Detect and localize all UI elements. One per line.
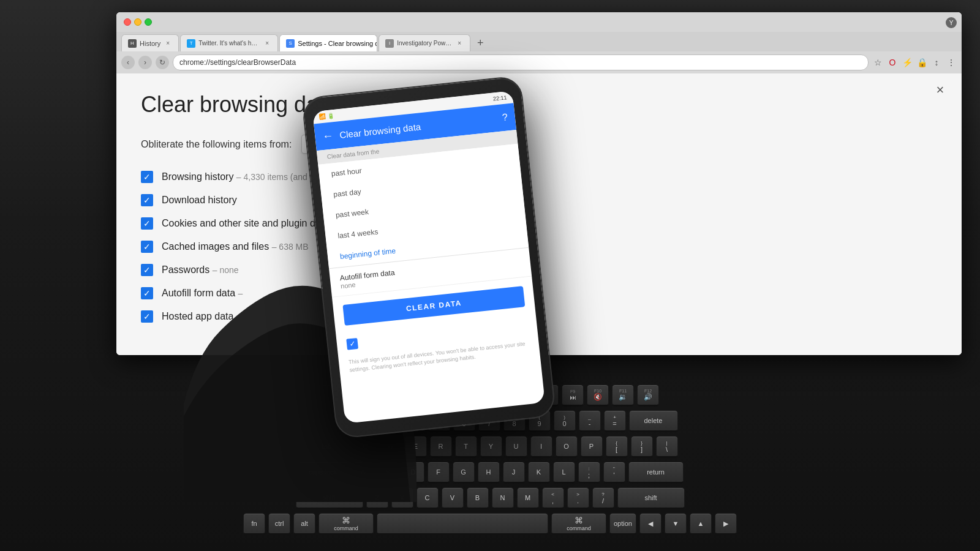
- key-k[interactable]: K: [528, 462, 550, 484]
- maximize-window-button[interactable]: [145, 18, 152, 26]
- key-bracket-open[interactable]: {[: [606, 436, 628, 458]
- tab-twitter[interactable]: T Twitter. It's what's happening. ×: [180, 34, 278, 51]
- keyboard-row-qwerty: tab Q W E R T Y U I O P {[ }] |\: [49, 436, 931, 458]
- tab-settings[interactable]: S Settings - Clear browsing data ×: [279, 34, 377, 51]
- phone-status-time: 22:11: [493, 94, 507, 102]
- dialog-title: Clear browsing data: [141, 92, 937, 118]
- toolbar-icons: ☆ O ⚡ 🔒 ↕ ⋮: [872, 57, 957, 68]
- tab-close-investigatory[interactable]: ×: [455, 39, 464, 48]
- extension-icon-1[interactable]: ⚡: [902, 57, 913, 68]
- tab-favicon-settings: S: [286, 39, 295, 48]
- key-comma[interactable]: <,: [542, 487, 564, 509]
- key-y[interactable]: Y: [480, 436, 502, 458]
- key-arrow-right[interactable]: ▶: [715, 513, 737, 535]
- key-u[interactable]: U: [505, 436, 527, 458]
- key-spacebar[interactable]: [377, 513, 548, 535]
- key-bracket-close[interactable]: }]: [631, 436, 653, 458]
- tab-label-twitter: Twitter. It's what's happening.: [198, 40, 260, 47]
- extension-icon-3[interactable]: ↕: [931, 57, 942, 68]
- checkbox-download-history: ✓ Download history: [141, 194, 937, 206]
- user-avatar: Y: [946, 17, 957, 28]
- key-command-left[interactable]: ⌘ command: [318, 513, 374, 535]
- key-arrow-up[interactable]: ▲: [690, 513, 712, 535]
- phone-status-icons: 📶 🔋: [319, 113, 334, 121]
- key-command-right[interactable]: ⌘ command: [551, 513, 606, 535]
- phone-device-wrapper: 📶 🔋 22:11 ← Clear browsing data ? Clear …: [318, 86, 539, 429]
- tab-label-investigatory: Investigatory Powers Bill rece...: [397, 40, 452, 47]
- key-i[interactable]: I: [530, 436, 552, 458]
- key-backslash[interactable]: |\: [656, 436, 678, 458]
- checkbox-passwords-box[interactable]: ✓: [141, 264, 153, 276]
- key-control[interactable]: ctrl: [268, 513, 290, 535]
- keyboard-row-asdf: caps lock A S D F G H J K L :; "' return: [49, 462, 931, 484]
- key-h[interactable]: H: [478, 462, 500, 484]
- minimize-window-button[interactable]: [134, 18, 141, 26]
- phone-back-button[interactable]: ←: [322, 129, 334, 143]
- key-arrow-left[interactable]: ◀: [639, 513, 662, 535]
- phone-dropdown-menu: past hour past day past week last 4 week…: [318, 144, 529, 269]
- keyboard-row-bottom: fn ctrl alt ⌘ command ⌘ command option ◀…: [49, 513, 931, 535]
- tab-favicon-history: H: [128, 39, 137, 48]
- key-j[interactable]: J: [503, 462, 525, 484]
- dialog-close-button[interactable]: ×: [931, 81, 949, 99]
- checkbox-download-history-label: Download history: [162, 195, 237, 206]
- checkbox-hosted-app-box[interactable]: ✓: [141, 310, 153, 323]
- back-button[interactable]: ‹: [121, 56, 135, 69]
- key-option-right[interactable]: option: [609, 513, 636, 535]
- key-m[interactable]: M: [517, 487, 539, 509]
- phone-device: 📶 🔋 22:11 ← Clear browsing data ? Clear …: [301, 75, 557, 440]
- key-semicolon[interactable]: :;: [578, 462, 600, 484]
- tab-label-settings: Settings - Clear browsing data: [298, 40, 377, 47]
- key-slash[interactable]: ?/: [592, 487, 614, 509]
- key-n[interactable]: N: [492, 487, 514, 509]
- checkbox-cookies: ✓ Cookies and other site and plugin data: [141, 217, 937, 230]
- key-f11[interactable]: F11🔉: [612, 384, 634, 407]
- checkbox-browsing-history: ✓ Browsing history – 4,330 items (and mo…: [141, 171, 937, 183]
- phone-screen: 📶 🔋 22:11 ← Clear browsing data ? Clear …: [312, 91, 545, 423]
- key-equals[interactable]: +=: [604, 410, 626, 432]
- checkbox-download-history-box[interactable]: ✓: [141, 194, 153, 206]
- tab-investigatory[interactable]: I Investigatory Powers Bill rece... ×: [379, 34, 470, 51]
- bookmark-icon[interactable]: ☆: [872, 57, 883, 68]
- forward-button[interactable]: ›: [138, 56, 152, 69]
- tab-close-twitter[interactable]: ×: [263, 39, 271, 48]
- key-period[interactable]: >.: [567, 487, 589, 509]
- key-fn[interactable]: fn: [243, 513, 265, 535]
- tab-label-history: History: [140, 40, 160, 47]
- address-bar[interactable]: chrome://settings/clearBrowserData: [173, 54, 869, 70]
- checkbox-cached-images-box[interactable]: ✓: [141, 241, 153, 253]
- time-range-row: Obliterate the following items from: the…: [141, 135, 937, 154]
- key-l[interactable]: L: [553, 462, 575, 484]
- key-arrow-down[interactable]: ▼: [665, 513, 687, 535]
- checkbox-cookies-label: Cookies and other site and plugin data: [162, 218, 329, 229]
- checkbox-autofill-box[interactable]: ✓: [141, 287, 153, 299]
- key-minus[interactable]: _-: [579, 410, 601, 432]
- tab-close-history[interactable]: ×: [164, 39, 172, 48]
- phone-help-icon[interactable]: ?: [502, 111, 508, 123]
- close-window-button[interactable]: [124, 18, 131, 26]
- time-range-label: Obliterate the following items from:: [141, 139, 292, 150]
- browser-title-bar: Y: [116, 12, 962, 32]
- key-0[interactable]: )0: [554, 410, 576, 432]
- key-delete[interactable]: delete: [629, 410, 678, 432]
- key-f10[interactable]: F10🔇: [587, 384, 609, 407]
- phone-checkbox[interactable]: ✓: [346, 338, 358, 350]
- extension-icon-2[interactable]: 🔒: [916, 57, 927, 68]
- tab-history[interactable]: H History ×: [121, 34, 179, 51]
- key-o[interactable]: O: [556, 436, 578, 458]
- checkbox-browsing-history-box[interactable]: ✓: [141, 171, 153, 183]
- key-f12[interactable]: F12🔊: [637, 384, 659, 407]
- phone-app-title: Clear browsing data: [339, 121, 421, 140]
- checkbox-cookies-box[interactable]: ✓: [141, 217, 153, 230]
- new-tab-button[interactable]: +: [472, 34, 489, 51]
- key-return[interactable]: return: [628, 462, 684, 484]
- opera-icon[interactable]: O: [887, 57, 898, 68]
- key-p[interactable]: P: [581, 436, 603, 458]
- tab-favicon-investigatory: I: [385, 39, 394, 48]
- key-quote[interactable]: "': [603, 462, 625, 484]
- key-alt-left[interactable]: alt: [293, 513, 315, 535]
- key-f9[interactable]: F9⏭: [562, 384, 584, 407]
- reload-button[interactable]: ↻: [156, 56, 169, 69]
- key-shift-right[interactable]: shift: [617, 487, 685, 509]
- menu-icon[interactable]: ⋮: [946, 57, 957, 68]
